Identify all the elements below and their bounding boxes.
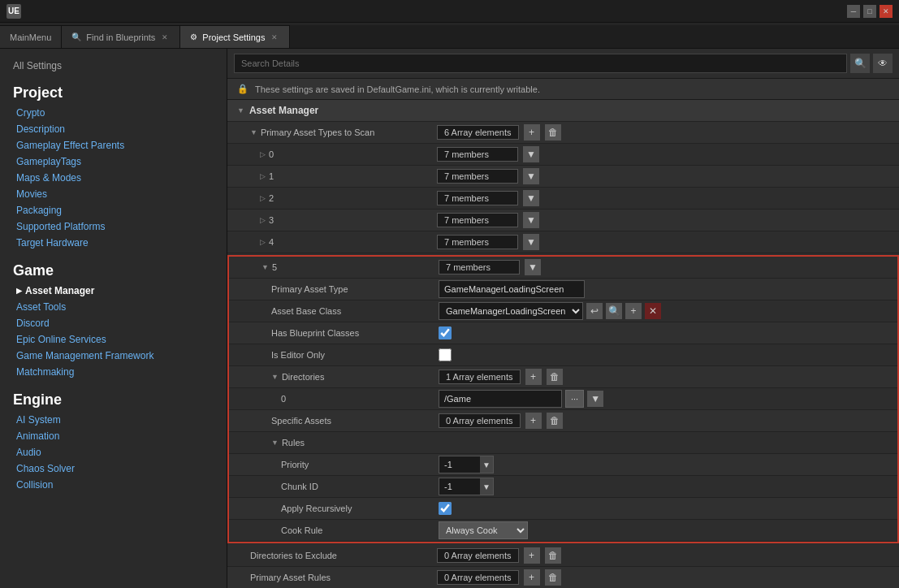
- sidebar-item-gameplay-effect-parents[interactable]: Gameplay Effect Parents: [0, 137, 227, 153]
- sidebar-item-chaos-solver[interactable]: Chaos Solver: [0, 460, 227, 477]
- dropdown-item-3[interactable]: ▼: [523, 212, 539, 228]
- sidebar-item-target-hardware[interactable]: Target Hardware: [0, 235, 227, 251]
- tab-project-settings-close[interactable]: ✕: [270, 33, 279, 41]
- all-settings-link[interactable]: All Settings: [0, 55, 227, 76]
- sidebar-item-supported-platforms[interactable]: Supported Platforms: [0, 218, 227, 235]
- lock-icon: 🔒: [237, 84, 249, 94]
- add-specific-asset-button[interactable]: +: [525, 413, 542, 429]
- sidebar-item-movies[interactable]: Movies: [0, 186, 227, 202]
- row-has-blueprint-classes: Has Blueprint Classes: [229, 322, 897, 344]
- add-primary-asset-rules-button[interactable]: +: [524, 569, 540, 586]
- chunk-id-input[interactable]: [439, 482, 480, 491]
- sidebar-item-collision[interactable]: Collision: [0, 477, 227, 493]
- maximize-button[interactable]: □: [863, 5, 876, 18]
- directories-badge: 1 Array elements: [439, 370, 521, 384]
- priority-input[interactable]: [439, 460, 480, 469]
- delete-directory-button[interactable]: 🗑: [547, 369, 563, 385]
- collapse-rules[interactable]: ▼: [271, 439, 279, 447]
- tab-main-menu[interactable]: MainMenu: [0, 25, 62, 48]
- find-blueprints-icon: 🔍: [71, 32, 81, 41]
- cook-rule-select[interactable]: Always Cook Never Cook No Override: [439, 521, 528, 539]
- collapse-directories[interactable]: ▼: [271, 373, 279, 381]
- sidebar-item-description[interactable]: Description: [0, 121, 227, 137]
- collapse-primary-asset-types[interactable]: ▼: [250, 128, 257, 136]
- sidebar-item-asset-manager[interactable]: ▶ Asset Manager: [0, 283, 227, 299]
- minimize-button[interactable]: ─: [847, 5, 860, 18]
- label-cook-rule: Cook Rule: [229, 522, 432, 538]
- priority-arrow[interactable]: ▼: [480, 456, 493, 473]
- value-directories: 1 Array elements + 🗑: [432, 366, 897, 387]
- asset-base-class-add-button[interactable]: +: [625, 303, 642, 319]
- delete-primary-asset-rules-button[interactable]: 🗑: [545, 569, 561, 586]
- delete-specific-asset-button[interactable]: 🗑: [547, 413, 563, 429]
- dropdown-item-1[interactable]: ▼: [523, 168, 539, 184]
- add-directory-button[interactable]: +: [525, 369, 542, 385]
- label-item-3: ▷ 3: [227, 212, 430, 228]
- title-bar-controls[interactable]: ─ □ ✕: [847, 5, 893, 18]
- dropdown-item-2[interactable]: ▼: [523, 190, 539, 206]
- collapse-item-3[interactable]: ▷: [260, 216, 266, 224]
- collapse-item-1[interactable]: ▷: [260, 172, 266, 180]
- label-priority: Priority: [229, 456, 432, 473]
- row-chunk-id: Chunk ID ▼: [229, 476, 897, 498]
- asset-base-class-clear-button[interactable]: ✕: [645, 303, 661, 319]
- sidebar-item-audio[interactable]: Audio: [0, 444, 227, 460]
- eye-button[interactable]: 👁: [873, 54, 893, 73]
- delete-directories-to-exclude-button[interactable]: 🗑: [545, 547, 561, 564]
- sidebar-item-game-management-framework[interactable]: Game Management Framework: [0, 348, 227, 364]
- primary-asset-type-input[interactable]: [439, 280, 585, 298]
- asset-base-class-search-button[interactable]: 🔍: [606, 303, 622, 319]
- directory-0-dots-button[interactable]: ···: [565, 390, 584, 408]
- dropdown-item-0[interactable]: ▼: [523, 146, 539, 162]
- value-item-3: 7 members ▼: [430, 210, 899, 231]
- chunk-id-arrow[interactable]: ▼: [480, 478, 493, 495]
- sidebar-item-discord[interactable]: Discord: [0, 315, 227, 331]
- sidebar-item-asset-tools[interactable]: Asset Tools: [0, 299, 227, 315]
- collapse-item-5[interactable]: ▼: [261, 263, 269, 271]
- sidebar-item-matchmaking[interactable]: Matchmaking: [0, 364, 227, 380]
- sidebar-item-packaging[interactable]: Packaging: [0, 202, 227, 218]
- asset-base-class-select[interactable]: GameManagerLoadingScreen: [439, 302, 583, 320]
- title-bar-left: UE: [6, 4, 21, 19]
- sidebar-item-maps-modes[interactable]: Maps & Modes: [0, 170, 227, 186]
- add-primary-asset-type-button[interactable]: +: [524, 124, 540, 141]
- section-collapse-arrow[interactable]: ▼: [237, 106, 244, 115]
- apply-recursively-checkbox[interactable]: [439, 502, 452, 515]
- directory-0-input[interactable]: [439, 390, 562, 408]
- add-directories-to-exclude-button[interactable]: +: [524, 547, 540, 564]
- row-apply-recursively: Apply Recursively: [229, 498, 897, 520]
- has-blueprint-classes-checkbox[interactable]: [439, 326, 452, 339]
- asset-base-class-back-button[interactable]: ↩: [586, 303, 603, 319]
- is-editor-only-checkbox[interactable]: [439, 348, 452, 361]
- tab-project-settings[interactable]: ⚙ Project Settings ✕: [180, 25, 290, 48]
- collapse-item-2[interactable]: ▷: [260, 194, 266, 202]
- item-1-badge: 7 members: [437, 169, 518, 184]
- item-2-badge: 7 members: [437, 191, 518, 205]
- value-item-5: 7 members ▼: [432, 257, 897, 278]
- sidebar-item-animation[interactable]: Animation: [0, 428, 227, 444]
- tab-find-blueprints[interactable]: 🔍 Find in Blueprints ✕: [62, 25, 180, 48]
- dropdown-item-4[interactable]: ▼: [523, 234, 539, 250]
- collapse-item-4[interactable]: ▷: [260, 238, 266, 246]
- sidebar-item-epic-online-services[interactable]: Epic Online Services: [0, 331, 227, 348]
- settings-content: ▼ Asset Manager ▼ Primary Asset Types to…: [227, 100, 899, 588]
- search-button[interactable]: 🔍: [850, 54, 870, 73]
- sidebar-engine-title: Engine: [0, 380, 227, 412]
- value-has-blueprint-classes: [432, 322, 897, 344]
- tab-find-blueprints-close[interactable]: ✕: [160, 33, 170, 41]
- directory-0-dropdown-button[interactable]: ▼: [587, 391, 603, 407]
- sidebar-item-ai-system[interactable]: AI System: [0, 412, 227, 428]
- close-button[interactable]: ✕: [880, 5, 893, 18]
- row-cook-rule: Cook Rule Always Cook Never Cook No Over…: [229, 520, 897, 542]
- primary-asset-types-badge: 6 Array elements: [437, 125, 519, 140]
- row-specific-assets: Specific Assets 0 Array elements + 🗑: [229, 410, 897, 432]
- dropdown-item-5[interactable]: ▼: [525, 259, 541, 275]
- sidebar-item-gameplay-tags[interactable]: GameplayTags: [0, 153, 227, 170]
- ue-logo: UE: [6, 4, 21, 19]
- sidebar-item-crypto[interactable]: Crypto: [0, 105, 227, 121]
- delete-primary-asset-type-button[interactable]: 🗑: [545, 124, 561, 141]
- label-is-editor-only: Is Editor Only: [229, 347, 432, 363]
- search-input[interactable]: [234, 54, 847, 73]
- collapse-item-0[interactable]: ▷: [260, 150, 266, 158]
- row-primary-asset-types: ▼ Primary Asset Types to Scan 6 Array el…: [227, 122, 899, 144]
